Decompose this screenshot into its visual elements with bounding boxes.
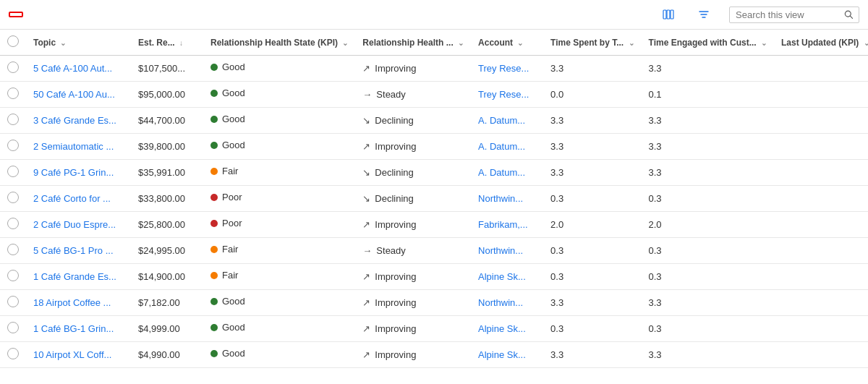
topic-sort-icon: ⌄ (60, 39, 66, 47)
table-row: 10 Airpot XL Coff...$4,990.00Good↗Improv… (0, 342, 868, 368)
health-trend-text: Declining (375, 193, 413, 204)
row-rh: ↗Improving (355, 342, 471, 368)
health-trend-text: Steady (376, 245, 405, 256)
table-row: 1 Café Grande Es...$14,900.00Fair↗Improv… (0, 264, 868, 290)
trend-icon: ↘ (362, 193, 370, 204)
col-header-checkbox (0, 30, 26, 56)
row-account[interactable]: Trey Rese... (471, 82, 543, 108)
table-row: 18 Airpot Coffee ...$7,182.00Good↗Improv… (0, 290, 868, 316)
health-state-text: Fair (222, 270, 238, 281)
trend-icon: → (362, 89, 372, 100)
row-checkbox[interactable] (7, 88, 19, 99)
row-checkbox[interactable] (7, 61, 19, 73)
row-topic[interactable]: 1 Café BG-1 Grin... (26, 316, 131, 342)
health-dot (210, 324, 218, 331)
row-time-spent: 0.3 (543, 238, 641, 264)
col-header-rh[interactable]: Relationship Health ... ⌄ (355, 30, 471, 56)
row-account[interactable]: A. Datum... (471, 134, 543, 160)
row-checkbox[interactable] (7, 270, 19, 281)
health-trend-text: Declining (375, 167, 413, 178)
row-checkbox-cell (0, 290, 26, 316)
row-time-engaged: 0.3 (642, 186, 774, 212)
row-checkbox[interactable] (7, 192, 19, 203)
row-rhs: Good (203, 108, 355, 130)
row-checkbox[interactable] (7, 218, 19, 229)
col-header-tec[interactable]: Time Engaged with Cust... ⌄ (642, 30, 774, 56)
row-checkbox[interactable] (7, 114, 19, 125)
col-header-est-revenue[interactable]: Est. Re... ↓ (131, 30, 203, 56)
row-account[interactable]: A. Datum... (471, 108, 543, 134)
table-row: 1 Café BG-1 Grin...$4,999.00Good↗Improvi… (0, 316, 868, 342)
header-checkbox[interactable] (7, 35, 19, 47)
search-icon (844, 9, 853, 20)
health-dot (210, 168, 218, 175)
col-header-topic[interactable]: Topic ⌄ (26, 30, 131, 56)
health-state-text: Poor (222, 192, 242, 202)
row-account[interactable]: Alpine Sk... (471, 316, 543, 342)
row-checkbox[interactable] (7, 166, 19, 177)
edit-columns-button[interactable] (658, 6, 682, 23)
row-account[interactable]: A. Datum... (471, 160, 543, 186)
trend-icon: ↗ (362, 271, 370, 282)
health-trend-text: Improving (375, 63, 416, 74)
svg-rect-0 (663, 10, 666, 19)
row-topic[interactable]: 2 Semiautomatic ... (26, 134, 131, 160)
edit-filters-button[interactable] (694, 6, 718, 23)
col-header-rhs[interactable]: Relationship Health State (KPI) ⌄ (203, 30, 355, 56)
health-state-text: Good (222, 348, 245, 359)
row-checkbox-cell (0, 82, 26, 108)
col-header-lu[interactable]: Last Updated (KPI) ⌄ (774, 30, 868, 56)
row-account[interactable]: Trey Rese... (471, 56, 543, 82)
row-time-engaged: 0.3 (642, 264, 774, 290)
row-checkbox[interactable] (7, 348, 19, 359)
row-topic[interactable]: 5 Café A-100 Aut... (26, 56, 131, 82)
health-dot (210, 116, 218, 123)
row-checkbox-cell (0, 212, 26, 238)
row-checkbox[interactable] (7, 322, 19, 333)
row-rh: ↗Improving (355, 290, 471, 316)
health-dot (210, 246, 218, 253)
row-account[interactable]: Northwin... (471, 186, 543, 212)
trend-icon: ↗ (362, 297, 370, 308)
row-topic[interactable]: 3 Café Grande Es... (26, 108, 131, 134)
row-checkbox[interactable] (7, 140, 19, 151)
row-rh: →Steady (355, 82, 471, 108)
row-topic[interactable]: 1 Café Grande Es... (26, 264, 131, 290)
col-header-account[interactable]: Account ⌄ (471, 30, 543, 56)
row-account[interactable]: Fabrikam,... (471, 212, 543, 238)
row-topic[interactable]: 10 Airpot XL Coff... (26, 342, 131, 368)
row-rhs: Good (203, 56, 355, 78)
page-title (9, 12, 23, 17)
row-topic[interactable]: 50 Café A-100 Au... (26, 82, 131, 108)
health-dot (210, 194, 218, 201)
row-checkbox-cell (0, 108, 26, 134)
health-state-text: Good (222, 296, 245, 307)
row-topic[interactable]: 18 Airpot Coffee ... (26, 290, 131, 316)
search-box[interactable] (729, 7, 859, 23)
col-header-tst[interactable]: Time Spent by T... ⌄ (543, 30, 641, 56)
row-last-updated (774, 160, 868, 186)
row-est-revenue: $35,991.00 (131, 160, 203, 186)
row-topic[interactable]: 9 Café PG-1 Grin... (26, 160, 131, 186)
row-rh: ↗Improving (355, 56, 471, 82)
table-row: 2 Café Duo Espre...$25,800.00Poor↗Improv… (0, 212, 868, 238)
row-account[interactable]: Alpine Sk... (471, 342, 543, 368)
row-account[interactable]: Alpine Sk... (471, 264, 543, 290)
table-row: 9 Café PG-1 Grin...$35,991.00Fair↘Declin… (0, 160, 868, 186)
row-checkbox[interactable] (7, 244, 19, 255)
search-input[interactable] (736, 9, 840, 20)
row-topic[interactable]: 2 Café Duo Espre... (26, 212, 131, 238)
row-est-revenue: $14,900.00 (131, 264, 203, 290)
row-topic[interactable]: 5 Café BG-1 Pro ... (26, 238, 131, 264)
row-account[interactable]: Northwin... (471, 238, 543, 264)
row-est-revenue: $7,182.00 (131, 290, 203, 316)
row-checkbox[interactable] (7, 296, 19, 307)
row-topic[interactable]: 2 Café Corto for ... (26, 186, 131, 212)
row-last-updated (774, 238, 868, 264)
trend-icon: ↗ (362, 219, 370, 230)
row-account[interactable]: Northwin... (471, 290, 543, 316)
row-last-updated (774, 108, 868, 134)
row-est-revenue: $24,995.00 (131, 238, 203, 264)
row-last-updated (774, 212, 868, 238)
filter-icon (698, 9, 710, 20)
